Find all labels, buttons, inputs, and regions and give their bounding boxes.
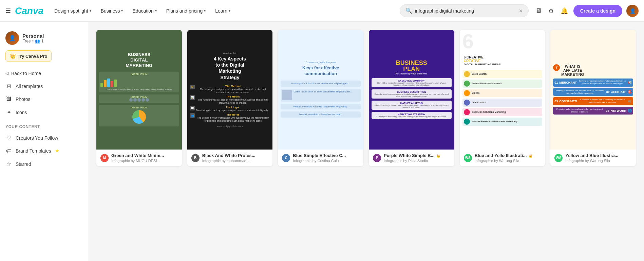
chevron-down-icon: ▾ bbox=[90, 9, 91, 13]
canva-logo[interactable]: Canva bbox=[15, 5, 43, 16]
nav-items: Design spotlight ▾ Business ▾ Education … bbox=[50, 5, 397, 16]
template-info: M Green and White Minim... Infographic b… bbox=[96, 150, 182, 166]
search-input[interactable] bbox=[415, 8, 516, 14]
nav-business[interactable]: Business ▾ bbox=[97, 5, 127, 16]
top-navigation: ☰ Canva Design spotlight ▾ Business ▾ Ed… bbox=[0, 0, 644, 22]
try-canva-pro-button[interactable]: 👑 Try Canva Pro bbox=[5, 50, 52, 62]
crown-icon: 👑 bbox=[529, 154, 532, 158]
crown-icon: 👑 bbox=[10, 53, 16, 59]
star-icon: ☆ bbox=[5, 161, 12, 167]
creator-avatar: P bbox=[373, 154, 381, 162]
user-avatar-image: 👤 bbox=[626, 5, 639, 17]
search-bar[interactable]: 🔍 ✕ bbox=[400, 4, 529, 17]
creator-avatar: WS bbox=[464, 154, 472, 162]
main-layout: 👤 Personal Free • 👥 1 👑 Try Canva Pro ◁ … bbox=[0, 22, 644, 261]
sidebar-item-photos[interactable]: 🖼 Photos bbox=[0, 93, 88, 106]
template-name: Yellow and Blue Illustra... bbox=[565, 153, 618, 158]
template-name: Green and White Minim... bbox=[111, 153, 164, 158]
sidebar-item-creators-you-follow[interactable]: ♡ Creators You Follow bbox=[0, 131, 88, 144]
template-card[interactable]: ? WHAT ISAFFILIATEMARKETING 01 MERCHANT … bbox=[550, 30, 636, 166]
template-info: WS Blue and Yello Illustrati... 👑 Infogr… bbox=[460, 150, 545, 166]
hamburger-icon[interactable]: ☰ bbox=[5, 7, 11, 15]
template-name: Blue Simple Effective C... bbox=[293, 153, 346, 158]
heart-icon: ♡ bbox=[5, 135, 12, 141]
avatar[interactable]: 👤 bbox=[626, 5, 639, 17]
settings-icon[interactable]: ⚙ bbox=[547, 6, 555, 16]
brand-icon: 🏷 bbox=[5, 148, 12, 154]
user-name: Personal bbox=[22, 33, 82, 39]
sidebar-item-all-templates[interactable]: ⊞ All templates bbox=[0, 80, 88, 93]
sidebar: 👤 Personal Free • 👥 1 👑 Try Canva Pro ◁ … bbox=[0, 22, 88, 261]
nav-education[interactable]: Education ▾ bbox=[128, 5, 160, 16]
template-type: Infographic by muhammad ... bbox=[202, 159, 255, 163]
template-thumbnail: 6 6 CREATIVE CREATIVE DIGITAL MARKETING … bbox=[460, 30, 545, 150]
template-card[interactable]: Wardiere Inc. 4 Key Aspectsto the Digita… bbox=[187, 30, 273, 166]
sidebar-item-brand-templates[interactable]: 🏷 Brand Templates ⭐ bbox=[0, 144, 88, 157]
logo-area: ☰ Canva bbox=[5, 5, 43, 16]
template-type: Infographic by MUGU DESI... bbox=[111, 159, 164, 163]
crown-icon: 👑 bbox=[436, 154, 440, 158]
template-thumbnail: BUSINESSDIGITALMARKETING LOREM IPSUM Lor… bbox=[96, 30, 182, 150]
creator-avatar: WS bbox=[554, 154, 563, 162]
main-content: BUSINESSDIGITALMARKETING LOREM IPSUM Lor… bbox=[88, 22, 644, 261]
nav-learn[interactable]: Learn ▾ bbox=[211, 5, 234, 16]
template-name: Purple White Simple B... 👑 bbox=[384, 153, 440, 158]
grid-icon: ⊞ bbox=[5, 83, 12, 89]
photos-icon: 🖼 bbox=[5, 96, 12, 102]
template-info: WS Yellow and Blue Illustra... Infograph… bbox=[550, 150, 636, 166]
template-info: C Blue Simple Effective C... Infographic… bbox=[278, 150, 363, 166]
search-icon: 🔍 bbox=[405, 7, 412, 14]
template-thumbnail: Wardiere Inc. 4 Key Aspectsto the Digita… bbox=[187, 30, 273, 150]
template-name: Black And White Profes... bbox=[202, 153, 255, 158]
template-name: Blue and Yello Illustrati... 👑 bbox=[475, 153, 532, 158]
template-type: Infographic by Cristina Culu... bbox=[293, 159, 346, 163]
template-thumbnail: BUSINESSPLAN For Starting New Business E… bbox=[369, 30, 454, 150]
notification-icon[interactable]: 🔔 bbox=[559, 6, 569, 16]
chevron-down-icon: ▾ bbox=[204, 9, 206, 13]
back-chevron-icon: ◁ bbox=[5, 71, 8, 76]
creator-avatar: C bbox=[282, 154, 290, 162]
template-card[interactable]: BUSINESSDIGITALMARKETING LOREM IPSUM Lor… bbox=[96, 30, 182, 166]
template-type: Infographic by Warung Sila bbox=[565, 159, 618, 163]
topnav-actions: 🖥 ⚙ 🔔 Create a design 👤 bbox=[534, 5, 639, 17]
people-icon: 👥 bbox=[35, 39, 40, 44]
template-thumbnail: Conversing with Purpose Keys for effecti… bbox=[278, 30, 363, 150]
chevron-down-icon: ▾ bbox=[121, 9, 123, 13]
template-card[interactable]: 6 6 CREATIVE CREATIVE DIGITAL MARKETING … bbox=[460, 30, 545, 166]
crown-badge-icon: ⭐ bbox=[55, 149, 59, 153]
nav-plans-pricing[interactable]: Plans and pricing ▾ bbox=[162, 5, 210, 16]
clear-search-button[interactable]: ✕ bbox=[519, 8, 523, 14]
template-type: Infographic by Warung Sila bbox=[475, 159, 532, 163]
sidebar-item-icons[interactable]: ✦ Icons bbox=[0, 106, 88, 119]
template-card[interactable]: Conversing with Purpose Keys for effecti… bbox=[278, 30, 363, 166]
template-info: P Purple White Simple B... 👑 Infographic… bbox=[369, 150, 454, 166]
user-plan: Free • 👥 1 bbox=[22, 39, 82, 44]
template-info: B Black And White Profes... Infographic … bbox=[187, 150, 273, 166]
avatar: 👤 bbox=[5, 31, 19, 45]
nav-design-spotlight[interactable]: Design spotlight ▾ bbox=[50, 5, 95, 16]
creator-avatar: B bbox=[191, 154, 200, 162]
sidebar-item-back-to-home[interactable]: ◁ Back to Home bbox=[0, 67, 88, 80]
your-content-label: Your Content bbox=[0, 119, 88, 131]
sidebar-item-starred[interactable]: ☆ Starred bbox=[0, 157, 88, 171]
user-info: Personal Free • 👥 1 bbox=[22, 33, 82, 44]
template-type: Infographic by Pikla Studio bbox=[384, 159, 440, 163]
create-design-button[interactable]: Create a design bbox=[573, 5, 622, 17]
chevron-down-icon: ▾ bbox=[229, 9, 230, 13]
card-title: BUSINESSDIGITALMARKETING bbox=[126, 52, 152, 68]
creator-avatar: M bbox=[100, 154, 109, 162]
icons-icon: ✦ bbox=[5, 109, 12, 116]
template-card[interactable]: BUSINESSPLAN For Starting New Business E… bbox=[369, 30, 454, 166]
template-grid: BUSINESSDIGITALMARKETING LOREM IPSUM Lor… bbox=[96, 30, 636, 166]
sidebar-user-area: 👤 Personal Free • 👥 1 bbox=[0, 27, 88, 50]
chevron-down-icon: ▾ bbox=[155, 9, 157, 13]
template-thumbnail: ? WHAT ISAFFILIATEMARKETING 01 MERCHANT … bbox=[550, 30, 636, 150]
desktop-icon[interactable]: 🖥 bbox=[534, 6, 543, 16]
